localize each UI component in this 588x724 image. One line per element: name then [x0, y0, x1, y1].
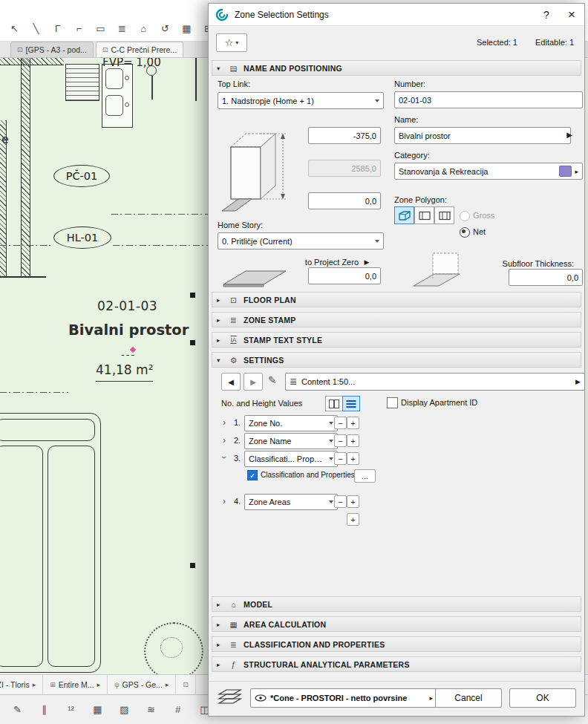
favorites-button[interactable]: ☆ ▾ — [216, 33, 247, 52]
section-name-positioning[interactable]: ▾ ▤ NAME AND POSITIONING — [212, 60, 581, 76]
dialog-titlebar[interactable]: Zone Selection Settings ? × — [209, 4, 584, 26]
zone-polygon-auto-button[interactable] — [394, 206, 414, 224]
zone-spiral-icon — [215, 7, 229, 22]
home-tool-icon[interactable]: ⌂ — [135, 19, 152, 37]
help-button[interactable]: ? — [534, 4, 559, 26]
layout-tab-tloris[interactable]: ▤ ZI - Tloris ▸ — [0, 675, 43, 694]
next-page-button[interactable]: ▶ — [244, 373, 263, 391]
zone-name-flyout[interactable]: ▶ — [564, 128, 575, 142]
row-2-add-button[interactable]: + — [347, 434, 359, 447]
top-offset-field[interactable]: -375,0 — [308, 127, 381, 144]
wall-left — [21, 58, 30, 277]
section-structural-parameters[interactable]: ▸ ƒ STRUCTURAL ANALYTICAL PARAMETERS — [212, 656, 581, 672]
section-stamp-text-style[interactable]: ▸ IA STAMP TEXT STYLE — [212, 332, 581, 348]
view-tab-section[interactable]: ⊡ C-C Prečni Prere... — [96, 42, 183, 57]
classification-checkbox[interactable]: ✓ — [247, 470, 258, 480]
bottom-offset-field[interactable]: 0,0 — [308, 192, 381, 209]
zone-stamp-number[interactable]: 02-01-03 — [97, 299, 157, 313]
row-value: Classificati... Properties — [249, 454, 326, 463]
zone-stamp-area[interactable]: 41,18 m² — [96, 362, 153, 382]
cancel-button[interactable]: Cancel — [435, 688, 502, 708]
columns-layout-button[interactable] — [325, 396, 343, 411]
layer-select[interactable]: *Cone - PROSTORI - netto povrsine ▸ — [250, 688, 437, 708]
section-settings[interactable]: ▾ ⚙ SETTINGS — [212, 352, 581, 368]
settings-icon: ⚙ — [228, 356, 239, 365]
rotate-tool-icon[interactable]: ↺ — [157, 19, 174, 37]
view-tab-gps[interactable]: ⊡ [GPS - A3 - pod... — [10, 42, 94, 57]
layers-icon[interactable] — [216, 685, 244, 708]
net-radio[interactable] — [460, 227, 470, 238]
faucet-symbol — [125, 76, 129, 80]
flyout-icon: ▸ — [97, 681, 101, 688]
row-3-select[interactable]: Classificati... Properties — [244, 451, 338, 467]
layers-tool-icon[interactable]: ≣ — [114, 19, 131, 37]
hash-icon[interactable]: # — [169, 701, 186, 719]
previous-page-button[interactable]: ◀ — [221, 373, 241, 391]
collapse-icon: ▾ — [217, 356, 223, 364]
section-area-calculation[interactable]: ▸ ▦ AREA CALCULATION — [212, 616, 581, 632]
tag-hl01[interactable]: HL-01 — [53, 226, 111, 249]
category-select[interactable]: Stanovanja & Rekreacija ▸ — [394, 163, 583, 180]
section-title: STAMP TEXT STYLE — [244, 336, 322, 345]
section-floor-plan[interactable]: ▸ ⊡ FLOOR PLAN — [212, 292, 581, 307]
rows-layout-button[interactable] — [342, 396, 360, 411]
flyout-icon: ▸ — [166, 681, 169, 688]
section-zone-stamp[interactable]: ▸ ≣ ZONE STAMP — [212, 312, 581, 327]
pen-icon[interactable]: ✎ — [9, 701, 26, 719]
row-expander-icon[interactable]: › — [223, 497, 226, 506]
apartment-id-checkbox[interactable] — [387, 397, 398, 408]
base-elevation-field[interactable]: 0,0 — [308, 267, 381, 284]
row-4-add-button[interactable]: + — [347, 495, 359, 508]
row-value: Zone Name — [249, 437, 326, 446]
row-1-add-button[interactable]: + — [347, 417, 359, 429]
row-2-remove-button[interactable]: − — [334, 434, 347, 447]
row-2-select[interactable]: Zone Name — [244, 433, 338, 449]
grid-icon[interactable]: ▦ — [89, 701, 106, 719]
row-1-select[interactable]: Zone No. — [244, 415, 338, 431]
row-expander-icon[interactable]: › — [223, 436, 226, 445]
layout-tab-entire[interactable]: ⊞ Entire M... ▸ — [43, 675, 108, 694]
layout-tab-extra[interactable]: ⊡ — [176, 675, 196, 694]
append-row-button[interactable]: + — [347, 513, 359, 526]
hatch-icon[interactable]: ▨ — [116, 701, 133, 719]
ok-button[interactable]: OK — [509, 688, 576, 708]
home-story-select[interactable]: 0. Pritličje (Current) — [218, 232, 384, 250]
zone-name-field[interactable]: Bivalni prostor — [394, 127, 571, 144]
transfer-settings-icon[interactable]: ✎ — [268, 374, 277, 386]
zone-number-field[interactable]: 02-01-03 — [394, 91, 583, 108]
dialog-title: Zone Selection Settings — [235, 10, 329, 20]
number-label: Number: — [394, 79, 425, 88]
row-4-remove-button[interactable]: − — [334, 495, 347, 508]
close-button[interactable]: × — [559, 4, 584, 26]
subfloor-thickness-field[interactable]: 0,0 — [509, 269, 583, 286]
tag-pc01[interactable]: PČ-01 — [53, 165, 110, 187]
grid-tool-icon[interactable]: ▦ — [178, 19, 195, 37]
top-link-select[interactable]: 1. Nadstropje (Home + 1) — [218, 92, 384, 109]
subfloor-thickness-label: Subfloor Thickness: — [476, 259, 574, 268]
plus-icon: + — [350, 437, 355, 446]
row-1-remove-button[interactable]: − — [334, 417, 347, 429]
row-expander-icon[interactable]: › — [220, 456, 229, 459]
waves-icon[interactable]: ≋ — [143, 701, 160, 719]
parallel-icon[interactable]: ∥ — [36, 701, 53, 719]
polyline-tool-icon[interactable]: Γ — [49, 19, 66, 37]
line-tool-icon[interactable]: ╲ — [27, 19, 45, 37]
reference-level-flyout[interactable]: ▶ — [362, 256, 372, 268]
row-3-remove-button[interactable]: − — [334, 452, 347, 465]
row-expander-icon[interactable]: › — [223, 418, 226, 427]
section-model[interactable]: ▸ ⌂ MODEL — [212, 596, 581, 612]
row-3-add-button[interactable]: + — [347, 452, 359, 465]
section-classification-properties[interactable]: ▸ ≣ CLASSIFICATION AND PROPERTIES — [212, 636, 581, 652]
stamp-content-select[interactable]: ≣ Content 1:50... ▶ — [285, 373, 585, 391]
layout-tab-gps[interactable]: ψ GPS - Ge... ▸ — [108, 675, 176, 694]
zone-polygon-reference-button[interactable] — [414, 206, 434, 224]
row-4-select[interactable]: Zone Areas — [244, 494, 338, 510]
node-marker — [190, 340, 195, 345]
corner-tool-icon[interactable]: ⌐ — [71, 19, 88, 37]
zone-polygon-wall-button[interactable] — [434, 206, 454, 224]
classification-more-button[interactable]: ... — [354, 469, 376, 483]
zone-stamp-name[interactable]: Bivalni prostor — [68, 322, 189, 339]
arrow-tool-icon[interactable]: ↖ — [6, 19, 23, 37]
rectangle-tool-icon[interactable]: ▭ — [92, 19, 109, 37]
numbering-icon[interactable]: ¹² — [62, 701, 79, 719]
